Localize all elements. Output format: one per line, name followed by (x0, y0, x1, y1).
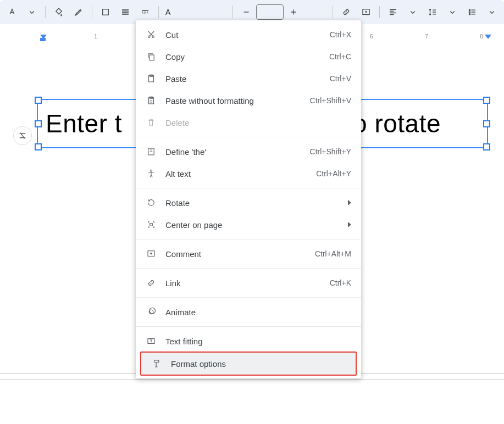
submenu-arrow-icon (348, 200, 351, 205)
menu-item-comment[interactable]: Comment Ctrl+Alt+M (136, 243, 361, 265)
svg-rect-7 (149, 55, 154, 60)
text-color-button[interactable] (4, 4, 20, 20)
menu-label: Cut (165, 30, 330, 40)
menu-label: Format options (171, 359, 346, 369)
svg-point-6 (152, 36, 154, 37)
resize-handle[interactable] (483, 97, 490, 104)
svg-point-13 (151, 170, 152, 171)
line-spacing-button[interactable] (425, 4, 440, 20)
svg-rect-0 (103, 9, 109, 15)
menu-item-center-on-page[interactable]: Center on page (136, 214, 361, 236)
menu-label: Paste (165, 74, 330, 83)
resize-handle[interactable] (35, 97, 42, 104)
menu-label: Text fitting (165, 337, 351, 346)
font-family-selector[interactable]: A (162, 8, 229, 16)
resize-handle[interactable] (483, 120, 490, 127)
align-button[interactable] (385, 4, 401, 20)
ruler-left-indent[interactable] (40, 35, 47, 41)
menu-accel: Ctrl+K (330, 278, 351, 287)
format-options-icon (151, 358, 162, 369)
toolbar-separator (333, 6, 333, 18)
resize-handle[interactable] (483, 143, 490, 150)
menu-item-paste-without-formatting[interactable]: Paste without formatting Ctrl+Shift+V (136, 90, 361, 111)
menu-item-link[interactable]: Link Ctrl+K (136, 272, 361, 294)
svg-point-4 (469, 14, 470, 15)
menu-label: Alt text (165, 169, 316, 178)
toolbar-separator (45, 6, 46, 18)
ruler-right-indent[interactable] (485, 35, 491, 39)
menu-label: Link (165, 278, 330, 288)
resize-handle[interactable] (35, 143, 42, 150)
textbox-text-left: Enter t (46, 109, 122, 138)
text-fitting-icon (146, 336, 157, 347)
ruler-tick: 8 (478, 34, 485, 44)
animate-icon (146, 306, 157, 317)
ruler-tick: 6 (368, 34, 375, 44)
menu-label: Rotate (165, 198, 348, 208)
toolbar-separator (379, 6, 380, 18)
menu-accel: Ctrl+Shift+V (310, 96, 351, 105)
menu-item-define[interactable]: Define 'the' Ctrl+Shift+Y (136, 141, 361, 163)
list-dropdown[interactable] (484, 4, 500, 20)
delete-icon (146, 117, 157, 128)
border-weight-button[interactable] (118, 4, 133, 20)
menu-accel: Ctrl+Alt+Y (316, 169, 351, 178)
menu-item-rotate[interactable]: Rotate (136, 192, 361, 214)
menu-separator (136, 239, 361, 239)
add-comment-button[interactable] (358, 4, 374, 20)
border-dash-button[interactable] (137, 4, 153, 20)
list-button[interactable] (464, 4, 480, 20)
link-icon (146, 277, 157, 288)
highlight-annotation: Format options (140, 352, 357, 376)
menu-separator (136, 326, 361, 327)
menu-label: Comment (165, 249, 315, 259)
svg-point-3 (469, 12, 470, 13)
text-color-dropdown[interactable] (24, 4, 40, 20)
resize-handle[interactable] (35, 120, 42, 127)
menu-item-format-options[interactable]: Format options (141, 353, 356, 375)
autofit-button[interactable] (13, 126, 32, 145)
menu-accel: Ctrl+Shift+Y (310, 147, 351, 156)
svg-point-5 (148, 36, 150, 37)
fill-color-button[interactable] (51, 4, 67, 20)
menu-item-paste[interactable]: Paste Ctrl+V (136, 68, 361, 90)
context-menu: Cut Ctrl+X Copy Ctrl+C Paste Ctrl+V Past… (136, 20, 361, 378)
highlight-button[interactable] (71, 4, 86, 20)
copy-icon (146, 51, 157, 62)
svg-point-2 (469, 9, 470, 10)
comment-icon (146, 248, 157, 259)
paste-plain-icon (146, 95, 157, 106)
font-size-plus[interactable] (286, 4, 301, 20)
insert-link-button[interactable] (339, 4, 354, 20)
textbox-text-right: o rotate (353, 109, 441, 138)
menu-accel: Ctrl+V (330, 74, 351, 83)
ruler-tick: 7 (423, 34, 430, 44)
menu-item-text-fitting[interactable]: Text fitting (136, 330, 361, 352)
menu-item-delete[interactable]: Delete (136, 111, 361, 133)
menu-label: Paste without formatting (165, 96, 310, 105)
menu-item-alt-text[interactable]: Alt text Ctrl+Alt+Y (136, 163, 361, 185)
font-size-input[interactable] (256, 4, 284, 20)
toolbar-separator (158, 6, 159, 18)
menu-separator (136, 137, 361, 137)
align-dropdown[interactable] (405, 4, 420, 20)
menu-item-cut[interactable]: Cut Ctrl+X (136, 24, 361, 46)
menu-separator (136, 188, 361, 188)
menu-accel: Ctrl+C (329, 52, 351, 61)
menu-separator (136, 297, 361, 298)
paste-icon (146, 73, 157, 84)
menu-accel: Ctrl+X (330, 30, 351, 39)
menu-label: Copy (165, 52, 329, 62)
line-spacing-dropdown[interactable] (445, 4, 460, 20)
border-color-button[interactable] (98, 4, 113, 20)
menu-label: Define 'the' (165, 147, 310, 157)
menu-item-animate[interactable]: Animate (136, 301, 361, 323)
menu-item-copy[interactable]: Copy Ctrl+C (136, 46, 361, 68)
menu-label: Animate (165, 308, 351, 317)
menu-label: Delete (165, 118, 351, 127)
menu-separator (136, 268, 361, 269)
dictionary-icon (146, 146, 157, 157)
font-size-minus[interactable] (239, 4, 254, 20)
submenu-arrow-icon (348, 222, 351, 227)
font-name-label: A (165, 8, 170, 16)
